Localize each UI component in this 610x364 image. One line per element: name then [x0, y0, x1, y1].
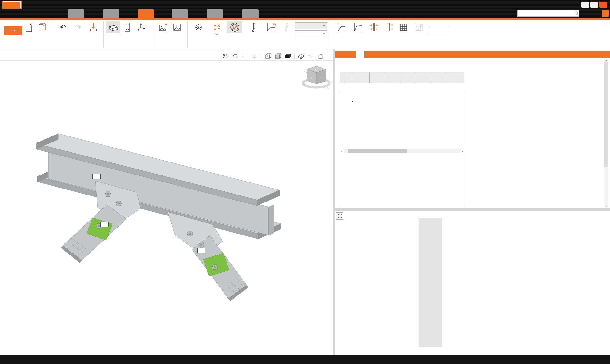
calculate-button[interactable]	[208, 21, 226, 35]
axes-icon	[137, 22, 146, 33]
results-tab-bar	[335, 51, 610, 58]
copy-project-item-button[interactable]	[36, 21, 49, 33]
hscroll-track[interactable]	[344, 149, 460, 153]
buckling-shape-button[interactable]	[279, 21, 294, 33]
bolt-forces-icon	[385, 22, 394, 33]
info-button[interactable]	[602, 10, 609, 17]
viewport-3d[interactable]: ▼ ▼	[0, 49, 333, 355]
tab-plates[interactable]	[356, 51, 364, 58]
search-input[interactable]	[518, 11, 574, 16]
idea-logo	[3, 1, 21, 8]
deformed-scale-spinner[interactable]	[428, 26, 450, 33]
group-label	[53, 48, 103, 49]
tab-local-deformation[interactable]	[347, 51, 356, 58]
tab-report[interactable]	[172, 9, 188, 18]
member-label-ch[interactable]	[92, 174, 101, 179]
overall-check-button[interactable]	[227, 21, 242, 33]
plate-icon	[124, 22, 131, 33]
plastic-strain-button[interactable]	[351, 21, 365, 33]
undo-button[interactable]: ↶	[56, 21, 70, 33]
scroll-down-icon[interactable]: ▼	[604, 205, 608, 208]
tab-check[interactable]	[138, 9, 154, 18]
ribbon: ▼ ↶ ↷	[0, 20, 610, 49]
vscroll-thumb[interactable]	[604, 62, 608, 167]
header-expand	[345, 72, 353, 83]
lcs-toggle[interactable]	[135, 21, 148, 33]
member-box-icon	[107, 22, 119, 33]
plate-drawing-panel	[335, 211, 610, 355]
tab-materials[interactable]	[207, 9, 223, 18]
equivalent-stress-button[interactable]	[333, 21, 350, 33]
search-box[interactable]	[517, 10, 580, 17]
group-data: ↶ ↷	[53, 20, 103, 49]
new-project-item-button[interactable]	[22, 21, 36, 33]
group-project-items: ▼	[2, 20, 53, 49]
horizontal-splitter[interactable]	[335, 208, 610, 211]
tab-welds[interactable]	[373, 51, 382, 58]
minimize-button[interactable]	[581, 2, 589, 8]
members-toggle[interactable]	[106, 21, 120, 33]
header-sigma-ed	[415, 72, 431, 83]
new-picture-button[interactable]	[157, 21, 170, 33]
close-button[interactable]	[599, 2, 607, 8]
detail-hscrollbar[interactable]: ◄ ►	[340, 148, 464, 155]
results-table-header	[340, 72, 464, 83]
save-button[interactable]	[87, 21, 100, 33]
gear-code-icon	[194, 22, 203, 33]
maximize-button[interactable]	[590, 2, 598, 8]
gallery-button[interactable]	[171, 21, 184, 33]
panel-vscrollbar[interactable]: ▲ ▼	[604, 58, 608, 208]
mesh-icon	[399, 22, 408, 33]
bolt-forces-button[interactable]	[383, 21, 396, 33]
rows-bottom	[340, 155, 464, 208]
tab-analysis[interactable]	[338, 51, 347, 58]
row-detail	[340, 92, 464, 148]
stress-in-contacts-button[interactable]	[365, 21, 383, 33]
load-case-combo[interactable]: ▼	[295, 22, 327, 29]
group-cbfem: % ▼ ▼	[188, 20, 330, 49]
redo-button[interactable]: ↷	[71, 21, 85, 33]
extreme-combo[interactable]: ▼	[295, 30, 327, 37]
expand-panel-button[interactable]	[336, 212, 343, 220]
status-bar	[0, 355, 610, 364]
tab-project[interactable]	[68, 9, 84, 18]
group-label	[104, 48, 153, 49]
design-formula	[348, 101, 359, 102]
member-label-d1[interactable]	[197, 248, 205, 253]
tab-developer[interactable]	[242, 9, 259, 18]
scroll-right-icon[interactable]: ►	[461, 150, 464, 153]
scroll-left-icon[interactable]: ◄	[340, 150, 343, 153]
undo-icon: ↶	[60, 22, 66, 33]
formula-fraction	[352, 101, 353, 102]
header-status	[353, 72, 370, 83]
chevron-down-icon: ▼	[323, 24, 325, 27]
new-document-icon	[24, 22, 33, 33]
hscroll-thumb[interactable]	[348, 149, 407, 153]
group-label	[2, 48, 53, 49]
calculate-icon	[211, 22, 223, 33]
temperature-button[interactable]	[243, 21, 263, 33]
project-item-selector[interactable]: ▼	[4, 26, 22, 35]
group-label	[153, 48, 187, 49]
title-bar	[0, 0, 610, 9]
scroll-up-icon[interactable]: ▲	[604, 59, 608, 61]
deformed-toggle[interactable]	[410, 21, 428, 33]
mesh-toggle[interactable]	[397, 21, 410, 33]
buckling-icon	[283, 22, 290, 33]
header-eps-pl	[431, 72, 447, 83]
code-setup-button[interactable]	[190, 21, 207, 33]
header-item	[370, 72, 386, 83]
tab-design[interactable]	[103, 9, 119, 18]
group-labels	[104, 20, 153, 49]
group-label	[330, 48, 452, 49]
member-label-d2[interactable]	[100, 222, 109, 227]
header-blank	[340, 72, 345, 83]
group-label	[188, 48, 330, 49]
chevron-down-icon	[215, 33, 219, 35]
model-3d[interactable]	[0, 49, 333, 355]
strain-check-button[interactable]: %	[264, 21, 278, 33]
plates-toggle[interactable]	[121, 21, 134, 33]
strain-check-icon: %	[266, 22, 277, 33]
load-effect-combos: ▼ ▼	[295, 22, 327, 37]
tab-bolts[interactable]	[364, 51, 373, 58]
